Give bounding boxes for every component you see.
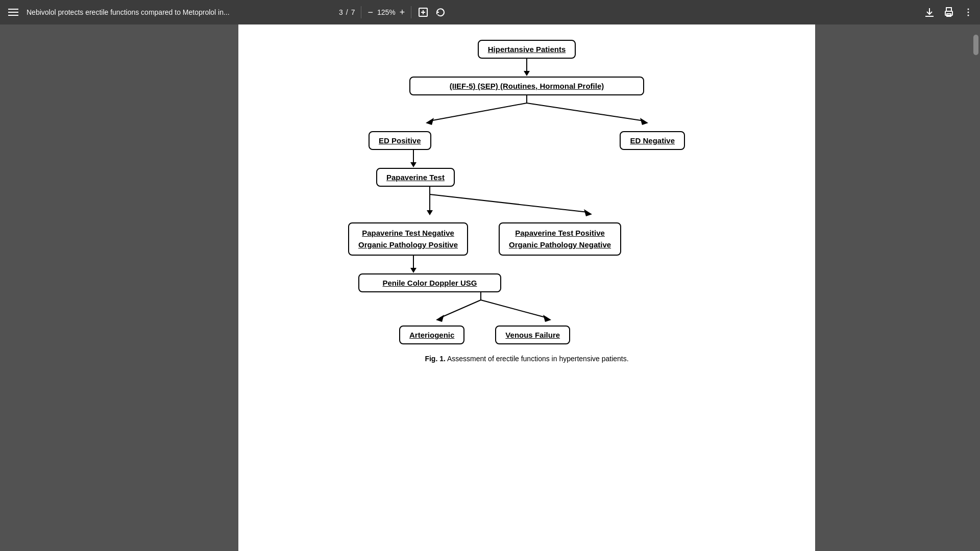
- rotate-button[interactable]: [435, 7, 446, 18]
- right-icons: [924, 7, 974, 18]
- arrow-ed-positive-container: [348, 150, 705, 168]
- node-papaverine-test: Papaverine Test: [376, 168, 455, 187]
- caption-label: Fig. 1.: [425, 355, 445, 363]
- branch-svg-3: [399, 292, 654, 325]
- node-ed-positive: ED Positive: [369, 131, 431, 150]
- toolbar: Nebivolol protects erectile functions co…: [0, 0, 980, 24]
- arrow-3: [408, 256, 419, 273]
- svg-marker-28: [436, 315, 444, 322]
- papaverine-container: Papaverine Test: [348, 168, 705, 187]
- print-button[interactable]: [943, 7, 954, 18]
- page-current[interactable]: 3: [339, 8, 343, 16]
- svg-line-13: [430, 103, 527, 121]
- node-papaverine-positive: Papaverine Test Positive Organic Patholo…: [499, 222, 621, 256]
- svg-marker-23: [584, 209, 592, 216]
- node-papaverine-negative: Papaverine Test Negative Organic Patholo…: [348, 222, 468, 256]
- right-sidebar: [972, 24, 980, 551]
- zoom-controls: − 125% +: [368, 8, 405, 17]
- page: Hipertansive Patients (IIEF-5) (SEP) (Ro…: [238, 24, 815, 551]
- svg-rect-4: [946, 8, 951, 11]
- content-area: Hipertansive Patients (IIEF-5) (SEP) (Ro…: [0, 24, 980, 551]
- node-venous-failure: Venous Failure: [495, 325, 570, 344]
- svg-marker-14: [426, 118, 434, 125]
- arrow-pap-neg-container: [348, 256, 705, 273]
- zoom-out-button[interactable]: −: [368, 8, 373, 17]
- fit-page-button[interactable]: [418, 7, 429, 18]
- arrow-1: [522, 59, 532, 77]
- page-total: 7: [351, 8, 355, 16]
- scrollbar-thumb[interactable]: [973, 35, 978, 55]
- separator-2: [411, 6, 411, 18]
- page-container: Hipertansive Patients (IIEF-5) (SEP) (Ro…: [82, 24, 972, 551]
- svg-line-15: [527, 103, 644, 121]
- svg-point-9: [968, 15, 969, 16]
- svg-point-8: [968, 12, 969, 13]
- svg-line-29: [481, 300, 547, 318]
- penile-container: Penile Color Doppler USG: [348, 273, 705, 292]
- ed-row: ED Positive ED Negative: [348, 131, 705, 150]
- left-sidebar: [0, 24, 82, 551]
- svg-point-7: [968, 9, 969, 10]
- document-title: Nebivolol protects erectile functions co…: [27, 8, 333, 16]
- more-options-button[interactable]: [963, 7, 974, 18]
- zoom-in-button[interactable]: +: [400, 8, 405, 17]
- branch-svg-2: [348, 187, 705, 222]
- svg-marker-25: [410, 268, 416, 273]
- svg-line-22: [430, 194, 588, 212]
- node-penile-usg: Penile Color Doppler USG: [358, 273, 501, 292]
- figure-caption: Fig. 1. Assessment of erectile functions…: [425, 355, 628, 363]
- svg-line-27: [440, 300, 481, 318]
- final-row: Arteriogenic Venous Failure: [399, 325, 654, 344]
- branch-svg-1: [348, 95, 705, 131]
- svg-marker-16: [640, 118, 648, 125]
- arrow-2: [408, 150, 419, 168]
- svg-marker-21: [427, 210, 433, 215]
- papaverine-results-row: Papaverine Test Negative Organic Patholo…: [348, 222, 705, 256]
- svg-marker-18: [410, 162, 416, 167]
- zoom-value[interactable]: 125%: [377, 8, 396, 16]
- node-ed-negative: ED Negative: [620, 131, 685, 150]
- page-navigation: 3 / 7: [339, 8, 355, 16]
- svg-marker-11: [524, 71, 530, 76]
- node-hipertansive-patients: Hipertansive Patients: [478, 40, 576, 59]
- page-separator: /: [346, 8, 348, 16]
- caption-text: Assessment of erectile functions in hype…: [447, 355, 629, 363]
- separator-1: [361, 6, 361, 18]
- flowchart: Hipertansive Patients (IIEF-5) (SEP) (Ro…: [259, 35, 795, 363]
- download-button[interactable]: [924, 7, 935, 18]
- node-iief: (IIEF-5) (SEP) (Routines, Hormonal Profi…: [409, 77, 644, 95]
- svg-marker-30: [543, 315, 551, 322]
- menu-icon[interactable]: [6, 7, 20, 18]
- node-arteriogenic: Arteriogenic: [399, 325, 464, 344]
